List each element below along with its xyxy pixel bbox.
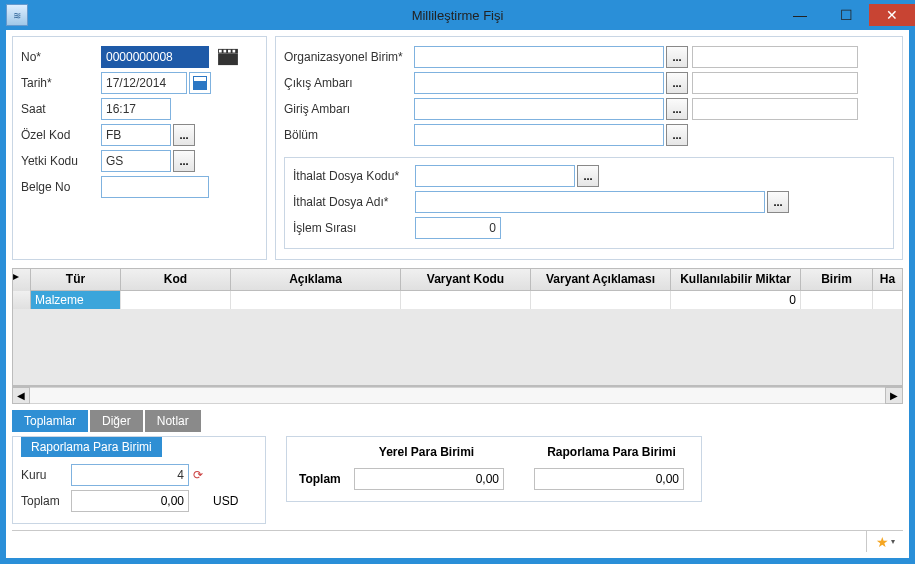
svg-rect-3 [224,50,227,53]
grid-col-varacik[interactable]: Varyant Açıklaması [531,269,671,290]
row-cell-ha[interactable] [873,291,902,309]
form-top: No* [12,36,903,260]
islem-input[interactable] [415,217,501,239]
titlebar: ≋ Millileştirme Fişi — ☐ ✕ [0,0,915,30]
app-icon: ≋ [6,4,28,26]
totals-area: Raporlama Para Birimi Kuru ⟳ Toplam USD … [12,436,903,524]
tarih-label: Tarih* [21,76,101,90]
row-cell-tur[interactable]: Malzeme [31,291,121,309]
ithadi-label: İthalat Dosya Adı* [293,195,415,209]
saat-input[interactable] [101,98,171,120]
grid-header-selector[interactable]: ▸ [13,269,31,291]
saat-label: Saat [21,102,101,116]
no-label: No* [21,50,101,64]
grid-body: Malzeme 0 [13,291,902,385]
subtab-raporlama[interactable]: Raporlama Para Birimi [21,437,162,457]
cikis-lookup-button[interactable]: ... [666,72,688,94]
belgeno-input[interactable] [101,176,209,198]
titlebar-buttons: — ☐ ✕ [777,4,915,26]
org-input[interactable] [414,46,664,68]
belgeno-label: Belge No [21,180,101,194]
totals-right-header: Yerel Para Birimi Raporlama Para Birimi [359,445,689,459]
maximize-button[interactable]: ☐ [823,4,869,26]
no-input[interactable] [101,46,209,68]
tab-diger[interactable]: Diğer [90,410,143,432]
kuru-input[interactable] [71,464,189,486]
bolum-input[interactable] [414,124,664,146]
giris-input[interactable] [414,98,664,120]
grid-hscrollbar[interactable]: ◀ ▶ [12,386,903,404]
col-raporlama: Raporlama Para Birimi [534,445,689,459]
yetkikodu-lookup-button[interactable]: ... [173,150,195,172]
giris-display [692,98,858,120]
clapperboard-icon[interactable] [217,48,239,66]
grid-col-kulmik[interactable]: Kullanılabilir Miktar [671,269,801,290]
ithkodu-label: İthalat Dosya Kodu* [293,169,415,183]
grid-col-ha[interactable]: Ha [873,269,902,290]
bolum-lookup-button[interactable]: ... [666,124,688,146]
ithkodu-input[interactable] [415,165,575,187]
toplam-yerel-value [354,468,504,490]
fieldset-left: No* [12,36,267,260]
yetkikodu-label: Yetki Kodu [21,154,101,168]
ozelkod-lookup-button[interactable]: ... [173,124,195,146]
statusbar-left [12,531,867,552]
col-yerel: Yerel Para Birimi [359,445,494,459]
hscroll-left-button[interactable]: ◀ [12,387,30,404]
minimize-button[interactable]: — [777,4,823,26]
islem-label: İşlem Sırası [293,221,415,235]
row-cell-aciklama[interactable] [231,291,401,309]
giris-label: Giriş Ambarı [284,102,414,116]
grid-empty-area [13,309,902,385]
star-icon: ★ [876,534,889,550]
hscroll-right-button[interactable]: ▶ [885,387,903,404]
client-area: No* [6,30,909,558]
ozelkod-label: Özel Kod [21,128,101,142]
refresh-icon[interactable]: ⟳ [193,468,203,482]
cikis-input[interactable] [414,72,664,94]
org-lookup-button[interactable]: ... [666,46,688,68]
row-cell-kod[interactable] [121,291,231,309]
row-cell-kulmik[interactable]: 0 [671,291,801,309]
grid-col-birim[interactable]: Birim [801,269,873,290]
org-display [692,46,858,68]
svg-rect-2 [219,50,222,53]
ozelkod-input[interactable] [101,124,171,146]
ithadi-lookup-button[interactable]: ... [767,191,789,213]
giris-lookup-button[interactable]: ... [666,98,688,120]
chevron-down-icon: ▾ [891,537,895,546]
grid-col-aciklama[interactable]: Açıklama [231,269,401,290]
tarih-calendar-button[interactable] [189,72,211,94]
tab-toplamlar[interactable]: Toplamlar [12,410,88,432]
statusbar-favorites[interactable]: ★ ▾ [867,531,903,552]
app-window: ≋ Millileştirme Fişi — ☐ ✕ No* [0,0,915,564]
close-button[interactable]: ✕ [869,4,915,26]
grid-col-tur[interactable]: Tür [31,269,121,290]
totals-left-panel: Raporlama Para Birimi Kuru ⟳ Toplam USD [12,436,266,524]
yetkikodu-input[interactable] [101,150,171,172]
grid-header: ▸ Tür Kod Açıklama Varyant Kodu Varyant … [13,269,902,291]
ithadi-input[interactable] [415,191,765,213]
tab-notlar[interactable]: Notlar [145,410,201,432]
cikis-display [692,72,858,94]
hscroll-track[interactable] [30,387,885,404]
row-cell-varkod[interactable] [401,291,531,309]
row-cell-birim[interactable] [801,291,873,309]
totals-right-panel: Yerel Para Birimi Raporlama Para Birimi … [286,436,702,502]
toplam-raporlama-value [534,468,684,490]
tabs: Toplamlar Diğer Notlar [12,410,903,432]
cikis-label: Çıkış Ambarı [284,76,414,90]
grid-col-kod[interactable]: Kod [121,269,231,290]
fieldset-right: Organizasyonel Birim* ... Çıkış Ambarı .… [275,36,903,260]
table-row[interactable]: Malzeme 0 [13,291,902,309]
ithalat-fieldset: İthalat Dosya Kodu* ... İthalat Dosya Ad… [284,157,894,249]
row-cell-varacik[interactable] [531,291,671,309]
tarih-input[interactable] [101,72,187,94]
svg-rect-5 [233,50,236,53]
currency-label: USD [213,494,238,508]
ithkodu-lookup-button[interactable]: ... [577,165,599,187]
row-selector[interactable] [13,291,31,309]
grid-col-varkod[interactable]: Varyant Kodu [401,269,531,290]
items-grid: ▸ Tür Kod Açıklama Varyant Kodu Varyant … [12,268,903,386]
toplam-left-value [71,490,189,512]
